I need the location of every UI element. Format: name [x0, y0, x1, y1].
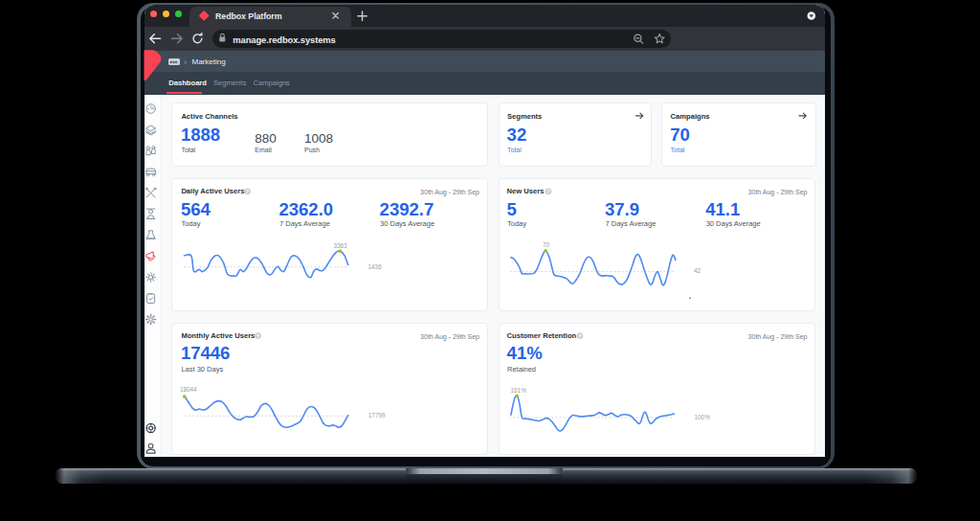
svg-text:18044: 18044	[180, 386, 197, 393]
svg-text:3363: 3363	[333, 242, 347, 249]
svg-text:100%: 100%	[695, 414, 711, 420]
svg-text:70: 70	[543, 241, 550, 248]
svg-text:42: 42	[694, 267, 702, 274]
svg-text:17799: 17799	[368, 412, 386, 419]
svg-text:161%: 161%	[511, 387, 527, 394]
svg-text:1436: 1436	[368, 263, 383, 270]
